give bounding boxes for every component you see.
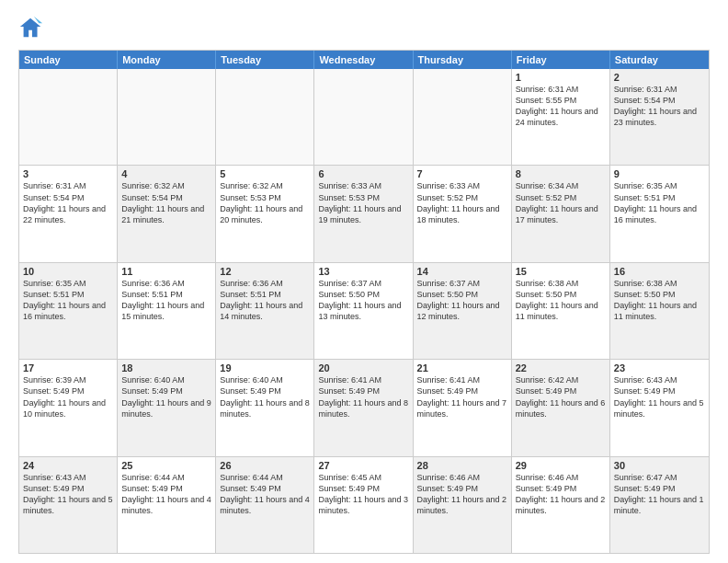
cal-cell-26: 26Sunrise: 6:44 AM Sunset: 5:49 PM Dayli… (216, 457, 314, 553)
cal-cell-29: 29Sunrise: 6:46 AM Sunset: 5:49 PM Dayli… (512, 457, 610, 553)
cal-cell-23: 23Sunrise: 6:43 AM Sunset: 5:49 PM Dayli… (610, 360, 709, 455)
header-day-wednesday: Wednesday (314, 51, 413, 69)
header (18, 15, 710, 40)
cell-info: Sunrise: 6:38 AM Sunset: 5:50 PM Dayligh… (614, 278, 705, 323)
cell-info: Sunrise: 6:47 AM Sunset: 5:49 PM Dayligh… (614, 472, 705, 517)
calendar-header: SundayMondayTuesdayWednesdayThursdayFrid… (19, 51, 709, 69)
cell-info: Sunrise: 6:36 AM Sunset: 5:51 PM Dayligh… (121, 278, 211, 323)
cal-cell-9: 9Sunrise: 6:35 AM Sunset: 5:51 PM Daylig… (610, 166, 709, 261)
day-number: 5 (220, 168, 310, 179)
day-number: 17 (23, 362, 113, 373)
cell-info: Sunrise: 6:31 AM Sunset: 5:54 PM Dayligh… (23, 180, 113, 225)
cal-cell-16: 16Sunrise: 6:38 AM Sunset: 5:50 PM Dayli… (610, 263, 709, 359)
header-day-monday: Monday (118, 51, 216, 69)
page: SundayMondayTuesdayWednesdayThursdayFrid… (0, 0, 728, 563)
cal-cell-14: 14Sunrise: 6:37 AM Sunset: 5:50 PM Dayli… (414, 263, 512, 359)
cal-cell-empty-0-1 (118, 69, 216, 165)
day-number: 28 (417, 460, 507, 471)
day-number: 9 (614, 168, 705, 179)
day-number: 29 (516, 460, 606, 471)
day-number: 21 (417, 362, 507, 373)
cal-cell-empty-0-3 (314, 69, 413, 165)
day-number: 27 (318, 460, 408, 471)
week-row-2: 10Sunrise: 6:35 AM Sunset: 5:51 PM Dayli… (19, 262, 709, 359)
cell-info: Sunrise: 6:37 AM Sunset: 5:50 PM Dayligh… (318, 278, 408, 323)
cal-cell-6: 6Sunrise: 6:33 AM Sunset: 5:53 PM Daylig… (314, 166, 413, 261)
cell-info: Sunrise: 6:35 AM Sunset: 5:51 PM Dayligh… (23, 278, 113, 323)
cell-info: Sunrise: 6:38 AM Sunset: 5:50 PM Dayligh… (516, 278, 606, 323)
day-number: 11 (121, 266, 211, 277)
cal-cell-28: 28Sunrise: 6:46 AM Sunset: 5:49 PM Dayli… (414, 457, 512, 553)
header-day-friday: Friday (512, 51, 610, 69)
day-number: 6 (318, 168, 408, 179)
day-number: 14 (417, 266, 507, 277)
cell-info: Sunrise: 6:40 AM Sunset: 5:49 PM Dayligh… (220, 374, 310, 419)
week-row-1: 3Sunrise: 6:31 AM Sunset: 5:54 PM Daylig… (19, 165, 709, 261)
cal-cell-27: 27Sunrise: 6:45 AM Sunset: 5:49 PM Dayli… (314, 457, 413, 553)
cal-cell-17: 17Sunrise: 6:39 AM Sunset: 5:49 PM Dayli… (19, 360, 118, 455)
cell-info: Sunrise: 6:43 AM Sunset: 5:49 PM Dayligh… (614, 374, 705, 419)
cell-info: Sunrise: 6:41 AM Sunset: 5:49 PM Dayligh… (417, 374, 507, 419)
cal-cell-2: 2Sunrise: 6:31 AM Sunset: 5:54 PM Daylig… (610, 69, 709, 165)
day-number: 4 (121, 168, 211, 179)
day-number: 20 (318, 362, 408, 373)
cell-info: Sunrise: 6:45 AM Sunset: 5:49 PM Dayligh… (318, 472, 408, 517)
cell-info: Sunrise: 6:44 AM Sunset: 5:49 PM Dayligh… (220, 472, 310, 517)
cal-cell-7: 7Sunrise: 6:33 AM Sunset: 5:52 PM Daylig… (414, 166, 512, 261)
cell-info: Sunrise: 6:32 AM Sunset: 5:54 PM Dayligh… (121, 180, 211, 225)
day-number: 15 (516, 266, 606, 277)
cal-cell-empty-0-2 (216, 69, 314, 165)
day-number: 3 (23, 168, 113, 179)
cell-info: Sunrise: 6:35 AM Sunset: 5:51 PM Dayligh… (614, 180, 705, 225)
cal-cell-10: 10Sunrise: 6:35 AM Sunset: 5:51 PM Dayli… (19, 263, 118, 359)
cal-cell-8: 8Sunrise: 6:34 AM Sunset: 5:52 PM Daylig… (512, 166, 610, 261)
cal-cell-20: 20Sunrise: 6:41 AM Sunset: 5:49 PM Dayli… (314, 360, 413, 455)
header-day-tuesday: Tuesday (216, 51, 314, 69)
cal-cell-13: 13Sunrise: 6:37 AM Sunset: 5:50 PM Dayli… (314, 263, 413, 359)
cell-info: Sunrise: 6:31 AM Sunset: 5:55 PM Dayligh… (516, 84, 606, 129)
cal-cell-19: 19Sunrise: 6:40 AM Sunset: 5:49 PM Dayli… (216, 360, 314, 455)
day-number: 13 (318, 266, 408, 277)
cell-info: Sunrise: 6:42 AM Sunset: 5:49 PM Dayligh… (516, 374, 606, 419)
day-number: 12 (220, 266, 310, 277)
header-day-saturday: Saturday (610, 51, 709, 69)
cal-cell-5: 5Sunrise: 6:32 AM Sunset: 5:53 PM Daylig… (216, 166, 314, 261)
day-number: 1 (516, 72, 606, 83)
cal-cell-18: 18Sunrise: 6:40 AM Sunset: 5:49 PM Dayli… (118, 360, 216, 455)
day-number: 23 (614, 362, 705, 373)
cell-info: Sunrise: 6:44 AM Sunset: 5:49 PM Dayligh… (121, 472, 211, 517)
day-number: 10 (23, 266, 113, 277)
day-number: 24 (23, 460, 113, 471)
cell-info: Sunrise: 6:33 AM Sunset: 5:53 PM Dayligh… (318, 180, 408, 225)
cal-cell-24: 24Sunrise: 6:43 AM Sunset: 5:49 PM Dayli… (19, 457, 118, 553)
day-number: 18 (121, 362, 211, 373)
cell-info: Sunrise: 6:46 AM Sunset: 5:49 PM Dayligh… (417, 472, 507, 517)
cell-info: Sunrise: 6:41 AM Sunset: 5:49 PM Dayligh… (318, 374, 408, 419)
cell-info: Sunrise: 6:31 AM Sunset: 5:54 PM Dayligh… (614, 84, 705, 129)
cell-info: Sunrise: 6:40 AM Sunset: 5:49 PM Dayligh… (121, 374, 211, 419)
week-row-0: 1Sunrise: 6:31 AM Sunset: 5:55 PM Daylig… (19, 69, 709, 165)
cal-cell-11: 11Sunrise: 6:36 AM Sunset: 5:51 PM Dayli… (118, 263, 216, 359)
cal-cell-empty-0-4 (414, 69, 512, 165)
day-number: 30 (614, 460, 705, 471)
cal-cell-12: 12Sunrise: 6:36 AM Sunset: 5:51 PM Dayli… (216, 263, 314, 359)
day-number: 19 (220, 362, 310, 373)
cal-cell-21: 21Sunrise: 6:41 AM Sunset: 5:49 PM Dayli… (414, 360, 512, 455)
day-number: 22 (516, 362, 606, 373)
day-number: 25 (121, 460, 211, 471)
cell-info: Sunrise: 6:43 AM Sunset: 5:49 PM Dayligh… (23, 472, 113, 517)
header-day-sunday: Sunday (19, 51, 118, 69)
cell-info: Sunrise: 6:33 AM Sunset: 5:52 PM Dayligh… (417, 180, 507, 225)
cell-info: Sunrise: 6:34 AM Sunset: 5:52 PM Dayligh… (516, 180, 606, 225)
cal-cell-22: 22Sunrise: 6:42 AM Sunset: 5:49 PM Dayli… (512, 360, 610, 455)
cal-cell-15: 15Sunrise: 6:38 AM Sunset: 5:50 PM Dayli… (512, 263, 610, 359)
calendar-body: 1Sunrise: 6:31 AM Sunset: 5:55 PM Daylig… (19, 69, 709, 553)
calendar: SundayMondayTuesdayWednesdayThursdayFrid… (18, 50, 710, 554)
cell-info: Sunrise: 6:39 AM Sunset: 5:49 PM Dayligh… (23, 374, 113, 419)
header-day-thursday: Thursday (414, 51, 512, 69)
cal-cell-30: 30Sunrise: 6:47 AM Sunset: 5:49 PM Dayli… (610, 457, 709, 553)
cell-info: Sunrise: 6:36 AM Sunset: 5:51 PM Dayligh… (220, 278, 310, 323)
day-number: 26 (220, 460, 310, 471)
week-row-4: 24Sunrise: 6:43 AM Sunset: 5:49 PM Dayli… (19, 456, 709, 553)
day-number: 8 (516, 168, 606, 179)
